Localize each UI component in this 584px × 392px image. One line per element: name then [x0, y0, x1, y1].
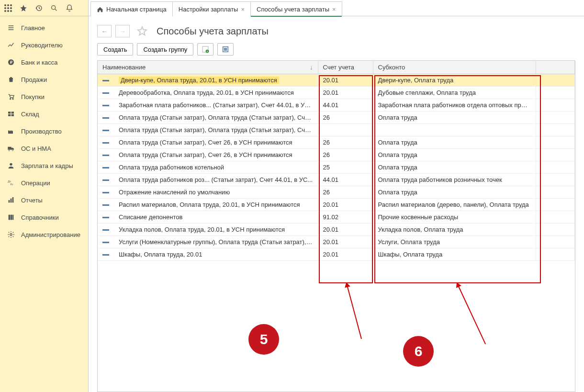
- bell-icon[interactable]: [65, 4, 74, 12]
- table-row[interactable]: Списание депонентов91.02Прочие косвенные…: [98, 211, 575, 224]
- row-item-icon: [102, 117, 109, 119]
- sidebar-item-label: Производство: [21, 128, 62, 135]
- cell-name: Деревообработка, Оплата труда, 20.01, в …: [98, 87, 318, 99]
- row-item-icon: [102, 204, 109, 206]
- nav-forward-button[interactable]: →: [115, 25, 130, 37]
- sidebar-item-label: Главное: [21, 24, 45, 32]
- col-header-empty: [536, 61, 575, 74]
- table-row[interactable]: Услуги (Номенклатурные группы), Оплата т…: [98, 236, 575, 248]
- cell-account: 20.01: [318, 74, 373, 87]
- cell-subkonto: Оплата труда: [373, 149, 536, 161]
- table-row[interactable]: Деревообработка, Оплата труда, 20.01, в …: [98, 87, 575, 99]
- tab-home[interactable]: Начальная страница: [90, 1, 173, 16]
- search-icon[interactable]: [50, 4, 58, 12]
- cell-account: 26: [318, 149, 373, 161]
- sidebar-item-manager[interactable]: Руководителю: [0, 36, 88, 54]
- cell-empty: [536, 199, 575, 211]
- sidebar-item-sales[interactable]: Продажи: [0, 71, 88, 88]
- truck-icon: [7, 144, 15, 153]
- row-item-icon: [102, 92, 109, 94]
- cell-subkonto: Оплата труда работников розничных точек: [373, 174, 536, 186]
- star-icon[interactable]: [19, 4, 28, 12]
- list-icon-button[interactable]: [217, 43, 234, 56]
- table-row[interactable]: Распил материалов, Оплата труда, 20.01, …: [98, 199, 575, 211]
- sidebar-item-refs[interactable]: Справочники: [0, 209, 88, 226]
- apps-icon[interactable]: [4, 4, 12, 12]
- cell-account: 25: [318, 161, 373, 174]
- cell-account: 20.01: [318, 224, 373, 236]
- col-header-account[interactable]: Счет учета: [318, 61, 373, 74]
- table-row[interactable]: Отражение начислений по умолчанию26Оплат…: [98, 186, 575, 199]
- svg-point-8: [10, 10, 12, 12]
- row-item-icon: [102, 254, 109, 256]
- cell-subkonto: Заработная плата работников отдела оптов…: [373, 99, 536, 112]
- svg-rect-28: [11, 215, 12, 220]
- row-item-icon: [102, 217, 109, 218]
- data-grid: Наименование↓ Счет учета Субконто Двери-…: [97, 60, 575, 392]
- tab-methods[interactable]: Способы учета зарплаты×: [250, 1, 342, 16]
- create-button[interactable]: Создать: [97, 43, 133, 56]
- table-row[interactable]: Оплата труда работников роз... (Статьи з…: [98, 174, 575, 186]
- sidebar-item-operations[interactable]: ДтКтОперации: [0, 174, 88, 191]
- table-row[interactable]: Оплата труда (Статьи затрат), Счет 26, в…: [98, 136, 575, 149]
- annotation-circle-6: 6: [403, 336, 434, 367]
- cell-subkonto: Распил материалов (дерево, панели), Опла…: [373, 199, 536, 211]
- row-item-icon: [102, 179, 109, 181]
- table-row[interactable]: Оплата труда (Статьи затрат), Оплата тру…: [98, 112, 575, 124]
- svg-point-2: [10, 4, 12, 6]
- col-header-subkonto[interactable]: Субконто: [373, 61, 536, 74]
- table-row[interactable]: Заработная плата работников... (Статьи з…: [98, 99, 575, 112]
- excel-icon-button[interactable]: [197, 43, 213, 56]
- svg-text:Дт: Дт: [8, 180, 11, 183]
- svg-point-7: [7, 10, 9, 12]
- row-item-icon: [102, 167, 109, 168]
- sidebar-item-main[interactable]: Главное: [0, 19, 88, 36]
- sidebar-item-purchases[interactable]: Покупки: [0, 88, 88, 105]
- svg-point-19: [9, 150, 10, 151]
- books-icon: [7, 213, 15, 222]
- favorite-star-icon[interactable]: [136, 25, 148, 37]
- sidebar-item-bank[interactable]: ₽Банк и касса: [0, 54, 88, 71]
- cell-name: Оплата труда (Статьи затрат), Оплата тру…: [98, 124, 318, 136]
- svg-rect-18: [11, 114, 14, 116]
- sort-indicator-icon: ↓: [310, 64, 313, 71]
- sidebar-item-reports[interactable]: Отчеты: [0, 191, 88, 209]
- cell-account: 20.01: [318, 199, 373, 211]
- col-header-name[interactable]: Наименование↓: [98, 61, 318, 74]
- cell-name: Укладка полов, Оплата труда, 20.01, в УС…: [98, 224, 318, 236]
- nav-back-button[interactable]: ←: [97, 25, 112, 37]
- cell-empty: [536, 99, 575, 112]
- cell-account: 20.01: [318, 87, 373, 99]
- create-group-button[interactable]: Создать группу: [137, 43, 193, 56]
- cell-account: 20.01: [318, 248, 373, 261]
- sidebar-item-admin[interactable]: Администрирование: [0, 226, 88, 243]
- cell-empty: [536, 248, 575, 261]
- cell-subkonto: [373, 124, 536, 136]
- cell-name: Оплата труда работников котельной: [98, 161, 318, 174]
- table-row[interactable]: Оплата труда (Статьи затрат), Счет 26, в…: [98, 149, 575, 161]
- svg-point-30: [10, 234, 12, 235]
- cell-empty: [536, 87, 575, 99]
- sidebar-item-os[interactable]: ОС и НМА: [0, 140, 88, 157]
- history-icon[interactable]: [34, 4, 43, 12]
- sidebar-item-label: Отчеты: [21, 197, 43, 204]
- cell-empty: [536, 149, 575, 161]
- close-icon[interactable]: ×: [332, 6, 336, 13]
- sidebar-item-warehouse[interactable]: Склад: [0, 105, 88, 123]
- sidebar-item-production[interactable]: Производство: [0, 123, 88, 140]
- close-icon[interactable]: ×: [241, 6, 245, 13]
- cell-empty: [536, 236, 575, 248]
- sidebar-item-label: Операции: [21, 179, 50, 187]
- svg-text:₽: ₽: [10, 60, 12, 65]
- table-row[interactable]: Шкафы, Оплата труда, 20.0120.01Шкафы, Оп…: [98, 248, 575, 261]
- table-row[interactable]: Укладка полов, Оплата труда, 20.01, в УС…: [98, 224, 575, 236]
- table-row[interactable]: Оплата труда (Статьи затрат), Оплата тру…: [98, 124, 575, 136]
- row-item-icon: [102, 229, 109, 231]
- svg-rect-24: [9, 200, 10, 202]
- row-item-icon: [102, 155, 109, 156]
- table-row[interactable]: Двери-купе, Оплата труда, 20.01, в УСН п…: [98, 74, 575, 87]
- home-icon: [97, 6, 103, 13]
- tab-settings[interactable]: Настройки зарплаты×: [172, 1, 251, 16]
- sidebar-item-salary[interactable]: Зарплата и кадры: [0, 157, 88, 174]
- table-row[interactable]: Оплата труда работников котельной25Оплат…: [98, 161, 575, 174]
